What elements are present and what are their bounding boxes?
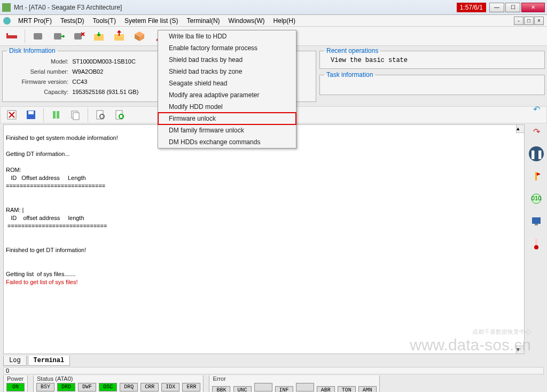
cube-icon[interactable] xyxy=(132,29,147,44)
terminal-output[interactable]: Finished to get system module informatio… xyxy=(3,124,525,354)
power-title: Power xyxy=(6,375,25,382)
menu-sysfilelist[interactable]: Syetem File list (S) xyxy=(120,16,183,26)
svg-rect-25 xyxy=(532,217,541,224)
folder-up-icon[interactable] xyxy=(112,29,127,44)
progress-value: 0 xyxy=(4,367,11,374)
scroll-down-button[interactable]: ▾ xyxy=(516,346,525,354)
title-bar: Mrt - [ATA0 - Seagate F3 Architecture] 1… xyxy=(0,0,547,15)
search-doc-icon[interactable] xyxy=(93,108,107,122)
term-line: ROM: xyxy=(6,167,21,173)
stat-drd[interactable]: DRD xyxy=(57,383,75,391)
svg-rect-27 xyxy=(535,239,537,246)
dropdown-write-lba[interactable]: Write lba file to HDD xyxy=(158,30,296,42)
bed-icon[interactable] xyxy=(4,29,19,44)
mdi-close-button[interactable]: × xyxy=(534,17,544,25)
delete-icon[interactable] xyxy=(5,108,19,122)
close-button[interactable]: ✕ xyxy=(521,3,545,12)
pause-icon[interactable] xyxy=(49,108,63,122)
recent-ops-legend: Recent operations xyxy=(324,47,380,54)
svg-text:010: 010 xyxy=(532,195,541,201)
tab-log[interactable]: Log xyxy=(3,356,27,366)
term-line: ID Offset address Length xyxy=(6,175,86,181)
search-replace-icon[interactable] xyxy=(113,108,127,122)
stat-drq[interactable]: DRQ xyxy=(120,383,138,391)
dropdown-seagate-shield[interactable]: Seagate shield head xyxy=(158,77,296,89)
dropdown-shield-zone[interactable]: Shield bad tracks by zone xyxy=(158,66,296,77)
term-line: Getting DT information... xyxy=(6,151,70,157)
hdd-x-icon[interactable] xyxy=(71,29,86,44)
err-amn[interactable]: AMN xyxy=(358,386,377,392)
status-ata-title: Status (ATA0) xyxy=(36,375,201,382)
dropdown-dm-exchange[interactable]: DM HDDs exchange commands xyxy=(158,136,296,148)
hdd-info-icon[interactable] xyxy=(30,29,45,44)
stat-dwf[interactable]: DWF xyxy=(78,383,96,391)
dropdown-modify-model[interactable]: Modify HDD model xyxy=(158,101,296,113)
tab-terminal[interactable]: Terminal xyxy=(28,356,71,366)
err-unc[interactable]: UNC xyxy=(233,386,252,392)
menu-tests[interactable]: Tests(D) xyxy=(56,16,89,26)
err-inf[interactable]: INF xyxy=(275,386,293,392)
dropdown-firmware-unlock[interactable]: Firmware unlock xyxy=(158,113,296,124)
copy-icon[interactable] xyxy=(68,108,82,122)
monitor-icon[interactable] xyxy=(529,214,544,229)
stat-dsc[interactable]: DSC xyxy=(99,383,117,391)
term-line: Finished to get DT information! xyxy=(6,247,86,253)
dropdown-shield-head[interactable]: Shield bad tracks by head xyxy=(158,54,296,66)
redo-icon[interactable]: ↷ xyxy=(529,124,544,139)
maximize-button[interactable]: ☐ xyxy=(505,3,520,12)
scroll-up-button[interactable]: ▴ xyxy=(516,124,525,133)
chip-icon[interactable]: 010 xyxy=(529,191,544,206)
pause-circle-icon[interactable]: ❚❚ xyxy=(529,146,544,161)
minimize-button[interactable]: — xyxy=(489,3,504,12)
recent-ops-line: View the basic state xyxy=(324,57,540,64)
menu-windows[interactable]: Windows(W) xyxy=(224,16,269,26)
folder-down-icon[interactable] xyxy=(91,29,106,44)
stat-err[interactable]: ERR xyxy=(182,383,200,391)
flag-icon[interactable] xyxy=(529,169,544,184)
save-icon[interactable] xyxy=(24,108,38,122)
firmware-value: CC43 xyxy=(72,79,87,85)
svg-marker-22 xyxy=(537,173,541,176)
hdd-arrow-icon[interactable] xyxy=(51,29,66,44)
right-icon-strip: ↶ ↷ ❚❚ 010 xyxy=(527,101,546,251)
dropdown-enable-factory[interactable]: Enable factory formate process xyxy=(158,42,296,54)
power-on-button[interactable]: ON xyxy=(6,383,25,391)
stat-crr[interactable]: CRR xyxy=(140,383,159,391)
err-bbk[interactable]: BBK xyxy=(212,386,230,392)
error-group: Error BBK UNC INF ABR TON AMN xyxy=(209,375,379,392)
model-label: Model: xyxy=(7,57,68,66)
svg-rect-13 xyxy=(53,111,56,119)
globe-icon xyxy=(3,17,11,25)
firmware-label: Firmware version: xyxy=(7,77,68,87)
svg-rect-14 xyxy=(57,111,59,119)
thermometer-icon[interactable] xyxy=(529,236,544,251)
recent-ops-panel: Recent operations View the basic state xyxy=(319,47,545,69)
menu-tools[interactable]: Tools(T) xyxy=(89,16,120,26)
svg-rect-4 xyxy=(74,33,82,40)
clock-badge: 1:57/6/1 xyxy=(457,3,486,12)
term-line: ============================= xyxy=(6,223,107,229)
dropdown-modify-area[interactable]: Modify area adaptive parameter xyxy=(158,89,296,101)
stat-idx[interactable]: IDX xyxy=(161,383,179,391)
menu-terminal[interactable]: Terminal(N) xyxy=(183,16,224,26)
mdi-minimize-button[interactable]: - xyxy=(514,17,523,25)
task-info-panel: Task information xyxy=(319,71,545,95)
serial-value: W9A2OB02 xyxy=(72,68,103,75)
serial-label: Serial number: xyxy=(7,67,68,76)
term-line: Getting list of sys files....... xyxy=(6,271,76,277)
err-blank2[interactable] xyxy=(296,383,314,391)
err-abr[interactable]: ABR xyxy=(317,386,335,392)
error-title: Error xyxy=(212,375,377,382)
undo-icon[interactable]: ↶ xyxy=(529,101,544,116)
status-bar: Power ON Status (ATA0) BSY DRD DWF DSC D… xyxy=(0,375,547,392)
err-ton[interactable]: TON xyxy=(338,386,356,392)
term-line: Finished to get system module informatio… xyxy=(6,135,118,141)
progress-bar: 0 xyxy=(3,367,544,374)
dropdown-dm-family[interactable]: DM family firmware unlock xyxy=(158,124,296,136)
svg-rect-2 xyxy=(34,33,42,40)
err-blank1[interactable] xyxy=(254,383,272,391)
mdi-restore-button[interactable]: □ xyxy=(524,17,534,25)
menu-help[interactable]: Help(H) xyxy=(269,16,300,26)
menu-mrtpro[interactable]: MRT Pro(F) xyxy=(14,16,56,26)
stat-bsy[interactable]: BSY xyxy=(36,383,54,391)
